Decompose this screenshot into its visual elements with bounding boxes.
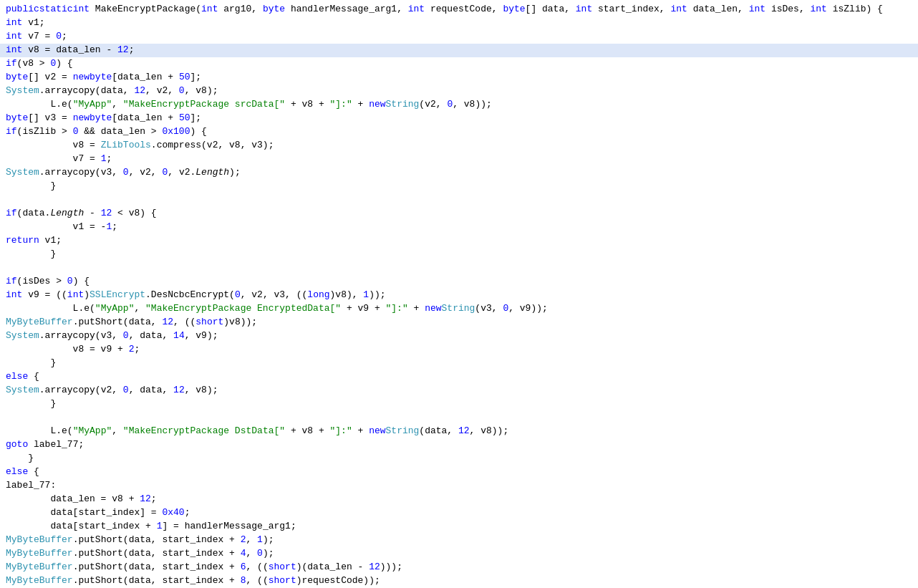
code-line: MyByteBuffer.putShort(data, start_index … bbox=[0, 574, 918, 588]
code-line: System.arraycopy(v3, 0, data, 14, v9); bbox=[0, 329, 918, 343]
code-line: MyByteBuffer.putShort(data, start_index … bbox=[0, 534, 918, 547]
code-line: } bbox=[0, 397, 918, 411]
code-line: } bbox=[0, 248, 918, 261]
code-line: } bbox=[0, 357, 918, 370]
code-line bbox=[0, 411, 918, 425]
code-line: L.e("MyApp", "MakeEncryptPackage srcData… bbox=[0, 98, 918, 112]
code-line: else { bbox=[0, 370, 918, 384]
code-line: label_77: bbox=[0, 479, 918, 493]
code-line: if(isDes > 0) { bbox=[0, 275, 918, 289]
code-line: int v8 = data_len - 12; bbox=[0, 44, 918, 57]
code-line: if(isZlib > 0 && data_len > 0x100) { bbox=[0, 125, 918, 139]
code-line: v8 = v9 + 2; bbox=[0, 343, 918, 357]
code-line: data[start_index] = 0x40; bbox=[0, 506, 918, 520]
code-line: System.arraycopy(data, 12, v2, 0, v8); bbox=[0, 85, 918, 98]
code-line: } bbox=[0, 452, 918, 466]
code-line: data_len = v8 + 12; bbox=[0, 493, 918, 506]
code-line: L.e("MyApp", "MakeEncryptPackage Encrypt… bbox=[0, 302, 918, 316]
code-line: } bbox=[0, 180, 918, 193]
code-line: if(data.Length - 12 < v8) { bbox=[0, 207, 918, 221]
code-line: v1 = -1; bbox=[0, 221, 918, 234]
code-line: int v7 = 0; bbox=[0, 30, 918, 44]
code-line: MyByteBuffer.putShort(data, 12, ((short)… bbox=[0, 316, 918, 329]
code-line: byte[] v2 = new byte[data_len + 50]; bbox=[0, 71, 918, 85]
code-line: int v9 = ((int)SSLEncrypt.DesNcbcEncrypt… bbox=[0, 289, 918, 302]
code-line: int v1; bbox=[0, 16, 918, 30]
code-line: L.e("MyApp", "MakeEncryptPackage DstData… bbox=[0, 425, 918, 438]
code-line: MyByteBuffer.putShort(data, start_index … bbox=[0, 547, 918, 561]
code-line: System.arraycopy(v3, 0, v2, 0, v2.Length… bbox=[0, 166, 918, 180]
code-line: else { bbox=[0, 466, 918, 479]
code-line: MyByteBuffer.putShort(data, start_index … bbox=[0, 561, 918, 574]
code-line bbox=[0, 261, 918, 275]
code-line: v8 = ZLibTools.compress(v2, v8, v3); bbox=[0, 139, 918, 153]
code-line bbox=[0, 193, 918, 207]
code-line: System.arraycopy(v2, 0, data, 12, v8); bbox=[0, 384, 918, 397]
code-line: return v1; bbox=[0, 234, 918, 248]
code-line: goto label_77; bbox=[0, 438, 918, 452]
code-line: v7 = 1; bbox=[0, 153, 918, 166]
code-line: public static int MakeEncryptPackage(int… bbox=[0, 3, 918, 16]
code-line: data[start_index + 1] = handlerMessage_a… bbox=[0, 520, 918, 534]
code-container: public static int MakeEncryptPackage(int… bbox=[0, 0, 918, 588]
code-line: byte[] v3 = new byte[data_len + 50]; bbox=[0, 112, 918, 125]
code-line: if(v8 > 0) { bbox=[0, 57, 918, 71]
